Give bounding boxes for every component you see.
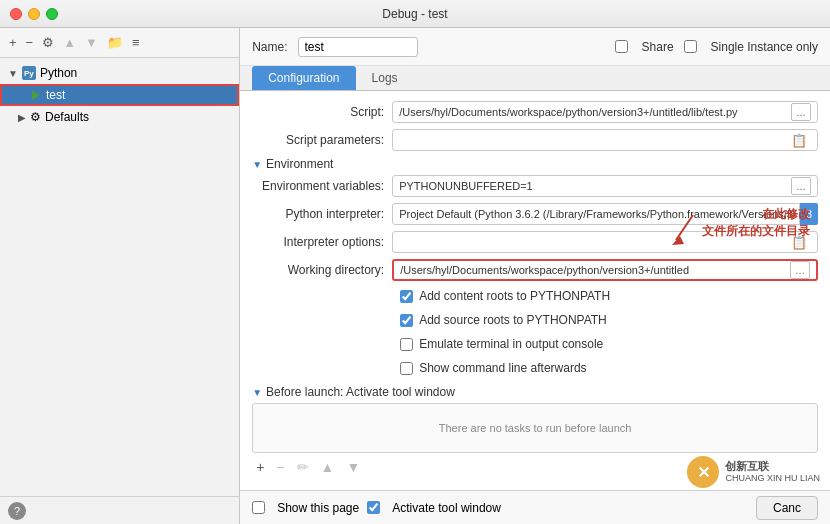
script-value-text: /Users/hyl/Documents/workspace/python/ve… (399, 106, 787, 118)
add-button[interactable]: + (6, 33, 20, 52)
move-down-button[interactable]: ▼ (82, 33, 101, 52)
name-label: Name: (252, 40, 287, 54)
move-up-button[interactable]: ▲ (60, 33, 79, 52)
title-bar: Debug - test (0, 0, 830, 28)
env-section-title: Environment (266, 157, 333, 171)
working-dir-text: /Users/hyl/Documents/workspace/python/ve… (400, 264, 786, 276)
interpreter-label: Python interpreter: (252, 207, 392, 221)
interpreter-options-btn[interactable]: 📋 (787, 233, 811, 251)
sidebar-bottom-bar: ? (0, 496, 239, 524)
form-area: Script: /Users/hyl/Documents/workspace/p… (240, 91, 830, 490)
env-vars-label: Environment variables: (252, 179, 392, 193)
before-launch-header: ▼ Before launch: Activate tool window (252, 385, 818, 399)
share-checkbox[interactable] (615, 40, 628, 53)
action-bar: Show this page Activate tool window Canc (240, 490, 830, 524)
add-source-roots-checkbox[interactable] (400, 314, 413, 327)
tree-item-python[interactable]: ▼ Py Python (0, 62, 239, 84)
bl-down-btn[interactable]: ▼ (342, 457, 364, 477)
interpreter-value[interactable]: Project Default (Python 3.6.2 (/Library/… (392, 203, 800, 225)
emulate-terminal-checkbox[interactable] (400, 338, 413, 351)
show-cmd-checkbox[interactable] (400, 362, 413, 375)
emulate-terminal-label: Emulate terminal in output console (419, 337, 603, 351)
before-launch-empty-text: There are no tasks to run before launch (439, 422, 632, 434)
sidebar: + − ⚙ ▲ ▼ 📁 ≡ ▼ Py Python test ▶ ⚙ Defau… (0, 28, 240, 524)
env-vars-value[interactable]: PYTHONUNBUFFERED=1 … (392, 175, 818, 197)
content-panel: Name: Share Single Instance only Configu… (240, 28, 830, 524)
run-icon (30, 89, 42, 101)
script-params-row: Script parameters: 📋 (252, 127, 818, 153)
script-params-btn[interactable]: 📋 (787, 131, 811, 149)
before-launch-title: Before launch: Activate tool window (266, 385, 455, 399)
show-cmd-label: Show command line afterwards (419, 361, 586, 375)
add-source-roots-label: Add source roots to PYTHONPATH (419, 313, 607, 327)
before-launch-box: There are no tasks to run before launch (252, 403, 818, 453)
name-input[interactable] (298, 37, 418, 57)
script-label: Script: (252, 105, 392, 119)
window-title: Debug - test (382, 7, 447, 21)
bl-up-btn[interactable]: ▲ (317, 457, 339, 477)
interpreter-options-row: Interpreter options: 📋 (252, 229, 818, 255)
interpreter-text: Project Default (Python 3.6.2 (/Library/… (399, 208, 793, 220)
checkbox-row-3: Emulate terminal in output console (400, 333, 818, 355)
header-row: Name: Share Single Instance only (240, 28, 830, 66)
bl-edit-btn[interactable]: ✏ (293, 457, 313, 477)
script-params-label: Script parameters: (252, 133, 392, 147)
script-browse-button[interactable]: … (791, 103, 811, 121)
env-vars-row: Environment variables: PYTHONUNBUFFERED=… (252, 173, 818, 199)
activate-label: Activate tool window (392, 501, 501, 515)
folder-button[interactable]: 📁 (104, 33, 126, 52)
script-value[interactable]: /Users/hyl/Documents/workspace/python/ve… (392, 101, 818, 123)
working-dir-value[interactable]: /Users/hyl/Documents/workspace/python/ve… (392, 259, 818, 281)
main-layout: + − ⚙ ▲ ▼ 📁 ≡ ▼ Py Python test ▶ ⚙ Defau… (0, 28, 830, 524)
minimize-button[interactable] (28, 8, 40, 20)
interpreter-options-value[interactable]: 📋 (392, 231, 818, 253)
single-instance-label: Single Instance only (711, 40, 818, 54)
tab-logs[interactable]: Logs (356, 66, 414, 90)
tree-defaults-label: Defaults (45, 110, 89, 124)
copy-button[interactable]: ⚙ (39, 33, 57, 52)
add-content-roots-label: Add content roots to PYTHONPATH (419, 289, 610, 303)
checkbox-row-2: Add source roots to PYTHONPATH (400, 309, 818, 331)
before-launch-arrow[interactable]: ▼ (252, 387, 262, 398)
activate-tool-window-checkbox[interactable] (367, 501, 380, 514)
interpreter-options-label: Interpreter options: (252, 235, 392, 249)
bl-remove-btn[interactable]: − (272, 457, 288, 477)
expand-arrow-defaults: ▶ (18, 112, 26, 123)
working-dir-label: Working directory: (252, 263, 392, 277)
tree: ▼ Py Python test ▶ ⚙ Defaults (0, 58, 239, 496)
show-page-label: Show this page (277, 501, 359, 515)
tabs: Configuration Logs (240, 66, 830, 91)
single-instance-checkbox[interactable] (684, 40, 697, 53)
maximize-button[interactable] (46, 8, 58, 20)
defaults-icon: ⚙ (30, 110, 41, 124)
env-vars-text: PYTHONUNBUFFERED=1 (399, 180, 787, 192)
window-controls[interactable] (10, 8, 58, 20)
help-button[interactable]: ? (8, 502, 26, 520)
interpreter-browse-btn[interactable]: 3 (800, 203, 818, 225)
sidebar-toolbar: + − ⚙ ▲ ▼ 📁 ≡ (0, 28, 239, 58)
watermark-icon: ✕ (687, 456, 719, 488)
show-page-checkbox[interactable] (252, 501, 265, 514)
tab-configuration[interactable]: Configuration (252, 66, 355, 90)
share-label: Share (642, 40, 674, 54)
script-params-value[interactable]: 📋 (392, 129, 818, 151)
script-row: Script: /Users/hyl/Documents/workspace/p… (252, 99, 818, 125)
tree-item-test[interactable]: test (0, 84, 239, 106)
env-section-arrow[interactable]: ▼ (252, 159, 262, 170)
working-dir-btn[interactable]: … (790, 261, 810, 279)
bl-add-btn[interactable]: + (252, 457, 268, 477)
remove-button[interactable]: − (23, 33, 37, 52)
tree-test-label: test (46, 88, 65, 102)
watermark-text: 创新互联 CHUANG XIN HU LIAN (725, 459, 820, 485)
close-button[interactable] (10, 8, 22, 20)
cancel-button[interactable]: Canc (756, 496, 818, 520)
add-content-roots-checkbox[interactable] (400, 290, 413, 303)
tree-item-defaults[interactable]: ▶ ⚙ Defaults (0, 106, 239, 128)
interpreter-row: Python interpreter: Project Default (Pyt… (252, 201, 818, 227)
env-vars-btn[interactable]: … (791, 177, 811, 195)
expand-arrow: ▼ (8, 68, 18, 79)
menu-button[interactable]: ≡ (129, 33, 143, 52)
working-dir-row: Working directory: /Users/hyl/Documents/… (252, 257, 818, 283)
environment-section-header: ▼ Environment (252, 157, 818, 171)
checkbox-row-4: Show command line afterwards (400, 357, 818, 379)
